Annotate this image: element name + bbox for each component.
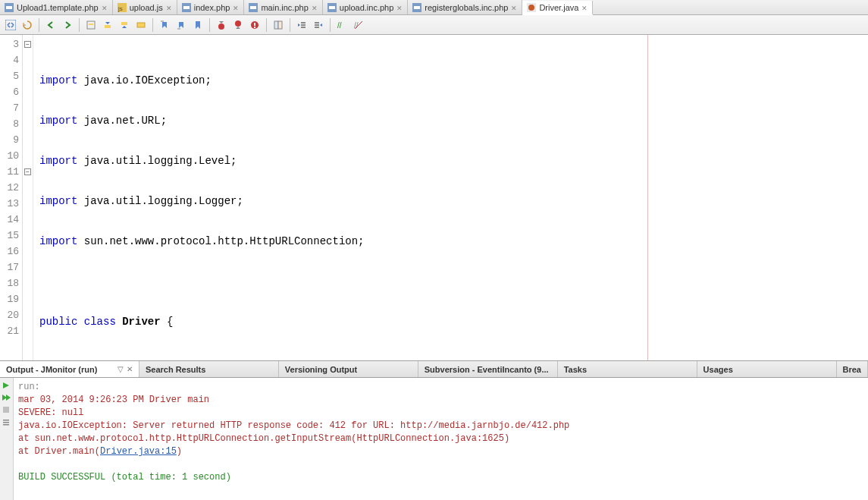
rerun-more-button[interactable]	[2, 393, 12, 404]
tab-tasks[interactable]: Tasks	[558, 361, 697, 377]
tab-registerglobals-inc-php[interactable]: registerglobals.inc.php ✕	[408, 0, 522, 14]
console-line: at Driver.main(Driver.java:15)	[18, 445, 863, 458]
toggle-highlight-button[interactable]	[133, 17, 149, 33]
tab-label: Versioning Output	[285, 365, 357, 374]
forward-button[interactable]	[60, 17, 75, 33]
svg-point-21	[235, 20, 241, 27]
error-list-button[interactable]	[247, 17, 262, 33]
diff-button[interactable]	[271, 17, 286, 33]
settings-button[interactable]	[2, 417, 12, 428]
shift-left-button[interactable]	[294, 17, 309, 33]
console-output[interactable]: run: mar 03, 2014 9:26:23 PM Driver main…	[14, 378, 868, 500]
svg-rect-14	[5, 20, 16, 30]
tab-label: upload.inc.php	[340, 3, 394, 12]
bottom-panel-tabbar: Output - JMonitor (run) ▽ ✕ Search Resul…	[0, 361, 868, 378]
minimize-icon[interactable]: ▽	[118, 365, 124, 373]
svg-rect-30	[315, 22, 319, 24]
find-selection-button[interactable]	[83, 17, 99, 33]
prev-bookmark-button[interactable]	[157, 17, 172, 33]
tab-upload-inc-php[interactable]: upload.inc.php ✕	[323, 0, 409, 14]
tab-upload1-template-php[interactable]: Upload1.template.php ✕	[0, 0, 113, 14]
tab-index-php[interactable]: index.php ✕	[177, 0, 245, 14]
right-margin-line	[647, 35, 648, 360]
source-button[interactable]	[3, 17, 18, 33]
stop-button[interactable]	[2, 405, 12, 416]
svg-text://: //	[337, 21, 342, 30]
shift-right-button[interactable]	[311, 17, 326, 33]
next-error-button[interactable]	[230, 17, 246, 33]
svg-rect-23	[254, 23, 255, 26]
close-icon[interactable]: ✕	[396, 5, 403, 11]
find-prev-button[interactable]	[100, 17, 115, 33]
svg-rect-18	[121, 22, 127, 25]
svg-rect-1	[6, 6, 12, 9]
next-bookmark-button[interactable]	[174, 17, 189, 33]
svg-rect-27	[301, 22, 306, 24]
console-line: java.io.IOException: Server returned HTT…	[18, 420, 863, 432]
code-content[interactable]: import java.io.IOException; import java.…	[33, 35, 868, 360]
console-line: BUILD SUCCESSFUL (total time: 1 second)	[18, 471, 863, 484]
tab-label: upload.js	[130, 3, 163, 12]
php-file-icon	[182, 3, 191, 12]
toolbar-separator	[209, 18, 210, 32]
tab-label: Driver.java	[539, 3, 578, 12]
svg-rect-38	[3, 422, 9, 423]
uncomment-button[interactable]: //	[351, 17, 366, 33]
tab-label: registerglobals.inc.php	[425, 3, 508, 12]
output-panel: run: mar 03, 2014 9:26:23 PM Driver main…	[0, 378, 868, 500]
back-button[interactable]	[43, 17, 58, 33]
php-file-icon	[327, 3, 337, 12]
toolbar-separator	[290, 18, 290, 32]
svg-rect-19	[137, 23, 145, 27]
svg-rect-39	[3, 424, 9, 426]
tab-label: Subversion - EventiIncanto (9...	[425, 365, 549, 374]
prev-error-button[interactable]	[214, 17, 229, 33]
svg-rect-29	[301, 27, 306, 28]
line-number-gutter: 3 4 5 6 7 8 9 10 11 12 13 14 15 16 17 18…	[0, 35, 23, 360]
fold-toggle-icon[interactable]: −	[24, 168, 31, 175]
svg-rect-11	[414, 6, 420, 9]
svg-rect-9	[329, 6, 335, 9]
stacktrace-link[interactable]: Driver.java:15	[100, 446, 177, 457]
svg-rect-5	[183, 6, 190, 9]
toggle-bookmark-button[interactable]	[190, 17, 205, 33]
php-file-icon	[249, 3, 258, 12]
tab-search-results[interactable]: Search Results	[139, 361, 279, 377]
tab-label: Upload1.template.php	[17, 3, 99, 12]
tab-upload-js[interactable]: js upload.js ✕	[113, 0, 177, 14]
svg-rect-24	[254, 27, 255, 28]
svg-rect-31	[315, 24, 319, 26]
close-icon[interactable]: ✕	[233, 5, 239, 11]
tab-versioning-output[interactable]: Versioning Output	[279, 361, 418, 377]
java-file-icon	[527, 3, 536, 12]
tab-subversion[interactable]: Subversion - EventiIncanto (9...	[418, 361, 558, 377]
tab-label: index.php	[194, 3, 230, 12]
code-editor[interactable]: 3 4 5 6 7 8 9 10 11 12 13 14 15 16 17 18…	[0, 35, 868, 361]
history-button[interactable]	[20, 17, 35, 33]
tab-usages[interactable]: Usages	[697, 361, 837, 377]
comment-button[interactable]: //	[334, 17, 349, 33]
tab-label: Usages	[703, 365, 733, 374]
toolbar-separator	[39, 18, 39, 32]
toolbar-separator	[152, 18, 153, 32]
toolbar-separator	[266, 18, 267, 32]
console-line	[18, 458, 863, 471]
svg-rect-16	[89, 24, 93, 25]
tab-main-inc-php[interactable]: main.inc.php ✕	[244, 0, 322, 14]
close-icon[interactable]: ✕	[581, 5, 588, 11]
tab-output[interactable]: Output - JMonitor (run) ▽ ✕	[0, 361, 139, 377]
find-next-button[interactable]	[117, 17, 132, 33]
tab-driver-java[interactable]: Driver.java ✕	[522, 1, 593, 15]
fold-toggle-icon[interactable]: −	[24, 41, 31, 48]
toolbar-separator	[330, 18, 331, 32]
tab-breakpoints[interactable]: Brea	[837, 361, 868, 377]
close-icon[interactable]: ✕	[312, 5, 318, 11]
tab-label: Search Results	[146, 365, 205, 374]
php-file-icon	[412, 3, 421, 12]
rerun-button[interactable]	[2, 381, 12, 392]
console-line: at sun.net.www.protocol.http.HttpURLConn…	[18, 432, 863, 445]
close-icon[interactable]: ✕	[102, 5, 108, 11]
close-icon[interactable]: ✕	[127, 365, 133, 373]
close-icon[interactable]: ✕	[511, 5, 517, 11]
close-icon[interactable]: ✕	[166, 5, 172, 11]
